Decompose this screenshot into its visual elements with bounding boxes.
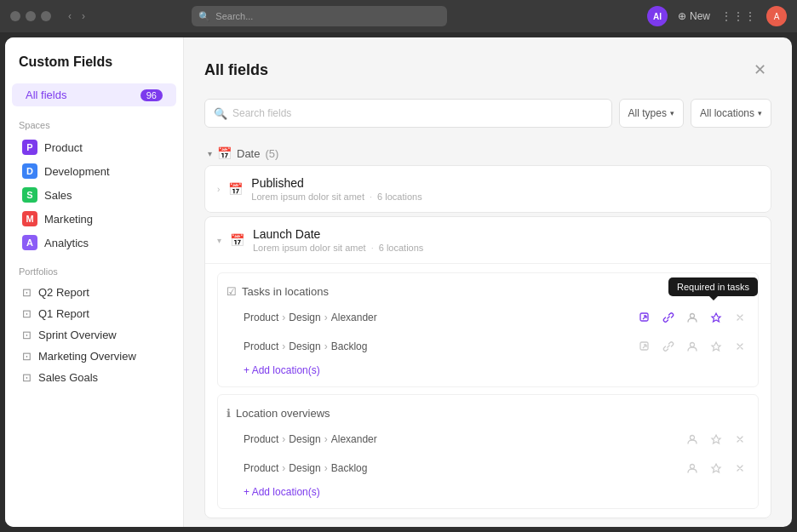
published-locations: 6 locations bbox=[377, 192, 422, 202]
remove-icon-2[interactable] bbox=[731, 337, 749, 356]
sidebar-item-sales[interactable]: S Sales bbox=[9, 183, 180, 207]
user-icon-1[interactable] bbox=[683, 308, 702, 327]
ov-user-icon-2[interactable] bbox=[683, 459, 702, 478]
portfolio-icon-marketing: ⊡ bbox=[22, 350, 32, 363]
arrow-1: › bbox=[282, 312, 285, 323]
sidebar: Custom Fields All fields 96 Spaces P Pro… bbox=[5, 37, 184, 527]
user-icon-2[interactable] bbox=[683, 337, 702, 356]
launch-date-locations: 6 locations bbox=[379, 243, 424, 253]
tasks-location-1-actions: Required in tasks bbox=[635, 308, 749, 327]
close-button[interactable]: ✕ bbox=[748, 58, 771, 82]
overviews-section-header: ℹ Location overviews bbox=[226, 402, 749, 425]
overviews-location-row-1: Product › Design › Alexander bbox=[226, 425, 749, 454]
ai-badge[interactable]: AI bbox=[647, 6, 668, 26]
sidebar-item-analytics[interactable]: A Analytics bbox=[9, 231, 180, 255]
sidebar-item-sprint[interactable]: ⊡ Sprint Overview bbox=[9, 324, 180, 346]
open-icon-2[interactable] bbox=[635, 337, 654, 356]
svg-rect-2 bbox=[640, 342, 648, 350]
ov-user-icon-1[interactable] bbox=[683, 430, 702, 449]
link-icon-2[interactable] bbox=[659, 337, 678, 356]
marketing-ov-label: Marketing Overview bbox=[38, 350, 136, 363]
product-icon: P bbox=[22, 140, 37, 155]
sidebar-item-q1[interactable]: ⊡ Q1 Report bbox=[9, 303, 180, 324]
date-group-count: (5) bbox=[265, 147, 278, 160]
pin-icon-2[interactable] bbox=[707, 337, 725, 356]
launch-date-description: Lorem ipsum dolor sit amet bbox=[253, 243, 366, 253]
svg-point-4 bbox=[691, 436, 695, 440]
search-fields-placeholder: Search fields bbox=[232, 107, 291, 119]
date-group-chevron: ▾ bbox=[208, 149, 212, 158]
development-icon: D bbox=[22, 163, 37, 179]
location-filter-chevron: ▾ bbox=[758, 109, 762, 117]
sidebar-item-marketing[interactable]: M Marketing bbox=[9, 207, 180, 231]
sidebar-item-development[interactable]: D Development bbox=[9, 159, 180, 183]
sidebar-title: Custom Fields bbox=[5, 54, 183, 83]
tasks-path-2: Product › Design › Backlog bbox=[244, 340, 635, 352]
launch-date-field-name: Launch Date bbox=[253, 227, 759, 241]
search-icon: 🔍 bbox=[198, 11, 210, 22]
search-fields-input[interactable]: 🔍 Search fields bbox=[204, 99, 612, 128]
date-field-group: ▾ 📅 Date (5) › 📅 Published Lorem ipsum d… bbox=[204, 141, 771, 518]
grid-icon[interactable]: ⋮⋮⋮ bbox=[720, 9, 756, 23]
product-label: Product bbox=[44, 141, 83, 154]
launch-date-field-info: Launch Date Lorem ipsum dolor sit amet ·… bbox=[253, 227, 759, 253]
svg-point-3 bbox=[691, 343, 695, 347]
ov-pin-icon-1[interactable] bbox=[707, 430, 725, 449]
arrow-2: › bbox=[324, 312, 328, 323]
all-fields-count: 96 bbox=[140, 89, 163, 101]
overviews-path-2: Product › Design › Backlog bbox=[244, 462, 683, 474]
marketing-icon: M bbox=[22, 211, 37, 226]
sales-icon: S bbox=[22, 187, 37, 203]
ov-remove-icon-2[interactable] bbox=[731, 459, 749, 478]
overviews-location-1-actions bbox=[683, 430, 749, 449]
link-icon-1[interactable] bbox=[659, 308, 678, 327]
overviews-add-location-button[interactable]: + Add location(s) bbox=[226, 483, 320, 501]
sidebar-item-sales-goals[interactable]: ⊡ Sales Goals bbox=[9, 367, 180, 388]
published-field-card: › 📅 Published Lorem ipsum dolor sit amet… bbox=[204, 165, 771, 213]
traffic-lights bbox=[10, 11, 51, 21]
remove-icon-1[interactable] bbox=[731, 308, 749, 327]
titlebar-search-text: Search... bbox=[215, 11, 253, 21]
arrow-3: › bbox=[282, 340, 285, 352]
tasks-in-locations-section: ☑ Tasks in locations Product › Design › … bbox=[217, 272, 759, 387]
overviews-location-row-2: Product › Design › Backlog bbox=[226, 454, 749, 483]
sales-label: Sales bbox=[44, 189, 72, 202]
ov-arrow-3: › bbox=[282, 462, 285, 474]
date-group-title: Date bbox=[237, 147, 260, 160]
open-icon-1[interactable] bbox=[635, 308, 654, 327]
page-title: All fields bbox=[204, 61, 268, 79]
pin-icon-1[interactable] bbox=[707, 308, 725, 327]
ov-arrow-1: › bbox=[282, 433, 285, 445]
sidebar-all-fields[interactable]: All fields 96 bbox=[12, 83, 176, 106]
titlebar-search[interactable]: 🔍 Search... bbox=[192, 6, 447, 26]
new-button[interactable]: ⊕ New bbox=[678, 10, 710, 22]
tasks-add-location-button[interactable]: + Add location(s) bbox=[226, 361, 320, 380]
type-filter-button[interactable]: All types ▾ bbox=[619, 99, 684, 128]
type-filter-label: All types bbox=[628, 107, 667, 119]
overviews-location-2-actions bbox=[683, 459, 749, 478]
sidebar-item-marketing-ov[interactable]: ⊡ Marketing Overview bbox=[9, 346, 180, 367]
forward-button[interactable]: › bbox=[78, 9, 89, 24]
marketing-label: Marketing bbox=[44, 213, 93, 226]
launch-date-calendar-icon: 📅 bbox=[230, 233, 244, 247]
titlebar-right: AI ⊕ New ⋮⋮⋮ A bbox=[647, 6, 787, 26]
sidebar-item-q2[interactable]: ⊡ Q2 Report bbox=[9, 282, 180, 303]
nav-arrows: ‹ › bbox=[65, 9, 89, 24]
ov-remove-icon-1[interactable] bbox=[731, 430, 749, 449]
location-filter-button[interactable]: All locations ▾ bbox=[691, 99, 771, 128]
ov-pin-icon-2[interactable] bbox=[707, 459, 725, 478]
all-fields-label: All fields bbox=[26, 89, 66, 101]
back-button[interactable]: ‹ bbox=[65, 9, 75, 24]
launch-date-expand-icon[interactable]: ▾ bbox=[217, 236, 221, 245]
tasks-location-row-1: Product › Design › Alexander Required in… bbox=[226, 303, 749, 332]
published-expand-icon[interactable]: › bbox=[217, 185, 220, 194]
user-avatar[interactable]: A bbox=[766, 6, 787, 26]
published-field-info: Published Lorem ipsum dolor sit amet · 6… bbox=[251, 176, 759, 202]
date-group-header[interactable]: ▾ 📅 Date (5) bbox=[204, 141, 771, 165]
portfolio-icon-sprint: ⊡ bbox=[22, 329, 32, 341]
svg-rect-0 bbox=[640, 313, 648, 321]
sidebar-item-product[interactable]: P Product bbox=[9, 135, 180, 159]
tasks-location-row-2: Product › Design › Backlog bbox=[226, 332, 749, 361]
published-field-meta: Lorem ipsum dolor sit amet · 6 locations bbox=[251, 192, 759, 202]
traffic-light-close bbox=[10, 11, 20, 21]
